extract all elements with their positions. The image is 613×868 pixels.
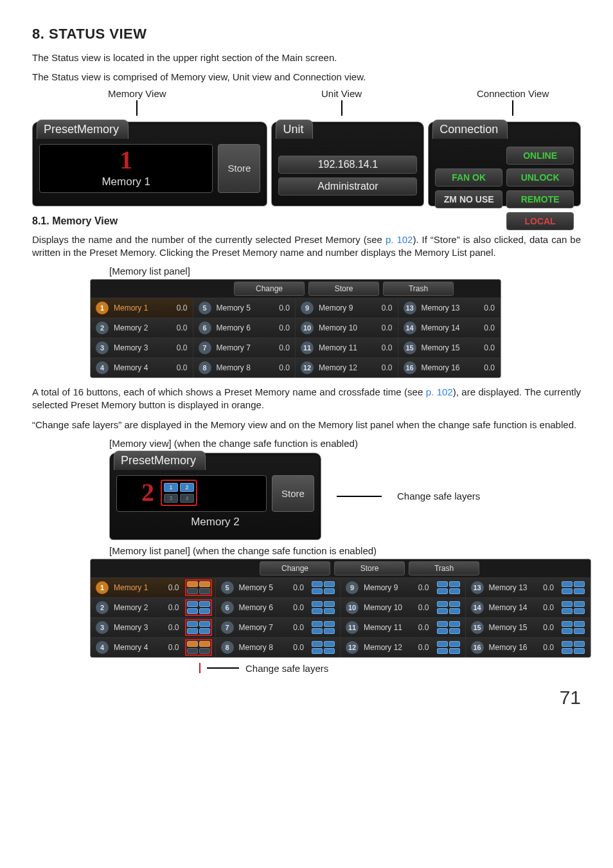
memory-crossfade-time: 0.0 <box>285 603 304 612</box>
link-p102-a[interactable]: p. 102 <box>386 234 413 245</box>
memory-list-item[interactable]: 1Memory 10.0 <box>91 577 216 597</box>
memory-list-item[interactable]: 16Memory 160.0 <box>398 357 501 377</box>
memory-list-item[interactable]: 14Memory 140.0 <box>466 597 591 617</box>
sec81-paragraph-1: Displays the name and the number of the … <box>32 233 581 260</box>
memory-crossfade-time: 0.0 <box>168 343 188 352</box>
change-safe-layers-icon <box>562 621 585 634</box>
change-safe-layers-icon <box>187 641 210 654</box>
memory-index-badge: 7 <box>199 341 211 354</box>
conn-unlock[interactable]: UNLOCK <box>506 168 574 186</box>
memory-list-item[interactable]: 9Memory 90.0 <box>296 298 398 318</box>
memory-crossfade-time: 0.0 <box>410 603 429 612</box>
memory-list-item[interactable]: 10Memory 100.0 <box>296 318 398 338</box>
memory-crossfade-time: 0.0 <box>475 343 495 352</box>
memory-list-item[interactable]: 4Memory 40.0 <box>91 357 193 377</box>
memory-index-badge: 4 <box>96 641 109 654</box>
memory-index-badge: 6 <box>221 601 234 614</box>
memory-name: Memory 14 <box>422 323 471 332</box>
memory-name: Memory 4 <box>114 643 155 652</box>
memory-list-item[interactable]: 3Memory 30.0 <box>91 617 216 637</box>
change-safe-layers-icon <box>437 601 460 614</box>
memory-index-badge: 13 <box>404 302 416 314</box>
memory-list-item[interactable]: 1Memory 10.0 <box>91 298 193 318</box>
memory-list-item[interactable]: 12Memory 120.0 <box>296 357 398 377</box>
preset-memory-number-2: 2 <box>141 480 154 505</box>
memory-list-item[interactable]: 9Memory 90.0 <box>341 577 466 597</box>
memory-list-item[interactable]: 2Memory 20.0 <box>91 318 193 338</box>
memlist-trash-button[interactable]: Trash <box>383 282 454 296</box>
memory-name: Memory 2 <box>114 323 163 332</box>
memory-list-item[interactable]: 10Memory 100.0 <box>341 597 466 617</box>
memory-list-item[interactable]: 13Memory 130.0 <box>466 577 591 597</box>
memlist-change-button[interactable]: Change <box>234 282 305 296</box>
memory-name: Memory 8 <box>217 363 266 372</box>
paragraph-16-buttons: A total of 16 buttons, each of which sho… <box>32 386 581 412</box>
memory-view-tab-2[interactable]: PresetMemory <box>114 451 206 470</box>
memory-crossfade-time: 0.0 <box>410 643 429 652</box>
memory-name: Memory 7 <box>217 343 266 352</box>
conn-local[interactable]: LOCAL <box>506 212 574 230</box>
memory-crossfade-time: 0.0 <box>535 603 554 612</box>
memory-crossfade-time: 0.0 <box>271 323 290 332</box>
memory-list-item[interactable]: 12Memory 120.0 <box>341 637 466 657</box>
unit-role[interactable]: Administrator <box>278 177 417 195</box>
memory-list-item[interactable]: 16Memory 160.0 <box>466 637 591 657</box>
memory-index-badge: 8 <box>199 361 211 374</box>
memory-list-item[interactable]: 8Memory 80.0 <box>193 357 296 377</box>
memory-crossfade-time: 0.0 <box>535 583 554 592</box>
change-safe-layers-icon <box>187 621 210 634</box>
memory-index-badge: 5 <box>221 581 234 594</box>
callout-change-safe-layers: Change safe layers <box>397 491 480 502</box>
change-safe-layers-icon <box>187 581 210 594</box>
unit-ip[interactable]: 192.168.14.1 <box>278 156 417 174</box>
memory-name: Memory 13 <box>489 583 530 592</box>
store-button-2[interactable]: Store <box>272 475 314 512</box>
store-button[interactable]: Store <box>218 144 260 193</box>
memory-list-item[interactable]: 6Memory 60.0 <box>216 597 341 617</box>
change-safe-layers-icon <box>312 581 335 594</box>
memory-list-item[interactable]: 14Memory 140.0 <box>398 318 501 338</box>
preset-memory-name-2: Memory 2 <box>116 516 314 529</box>
memory-list-item[interactable]: 5Memory 50.0 <box>216 577 341 597</box>
conn-fan[interactable]: FAN OK <box>435 168 502 186</box>
memory-list-item[interactable]: 4Memory 40.0 <box>91 637 216 657</box>
preset-memory-display[interactable]: 1 Memory 1 <box>39 144 213 193</box>
memory-list-item[interactable]: 8Memory 80.0 <box>216 637 341 657</box>
memory-list-item[interactable]: 7Memory 70.0 <box>193 338 296 357</box>
change-safe-layers-icon <box>187 601 210 614</box>
memory-view-tab[interactable]: PresetMemory <box>37 120 129 139</box>
memory-index-badge: 12 <box>346 641 359 654</box>
memory-list-item[interactable]: 6Memory 60.0 <box>193 318 296 338</box>
memory-list-item[interactable]: 2Memory 20.0 <box>91 597 216 617</box>
memlist-cs-trash-button[interactable]: Trash <box>409 561 479 575</box>
conn-remote[interactable]: REMOTE <box>506 190 574 208</box>
memory-crossfade-time: 0.0 <box>285 623 304 632</box>
memory-list-item[interactable]: 7Memory 70.0 <box>216 617 341 637</box>
memory-index-badge: 8 <box>221 641 234 654</box>
memory-list-item[interactable]: 15Memory 150.0 <box>466 617 591 637</box>
link-p102-b[interactable]: p. 102 <box>426 386 453 397</box>
memory-list-item[interactable]: 11Memory 110.0 <box>341 617 466 637</box>
memory-name: Memory 15 <box>422 343 471 352</box>
unit-view-tab[interactable]: Unit <box>276 120 313 139</box>
memory-crossfade-time: 0.0 <box>168 363 188 372</box>
memory-list-item[interactable]: 3Memory 30.0 <box>91 338 193 357</box>
connection-view-tab[interactable]: Connection <box>432 120 508 139</box>
memory-crossfade-time: 0.0 <box>160 583 179 592</box>
memlist-store-button[interactable]: Store <box>308 282 379 296</box>
memory-crossfade-time: 0.0 <box>475 303 495 312</box>
preset-memory-display-2[interactable]: 2 12 34 <box>116 475 267 512</box>
memory-list-item[interactable]: 13Memory 130.0 <box>398 298 501 318</box>
memory-list-item[interactable]: 11Memory 110.0 <box>296 338 398 357</box>
memory-index-badge: 13 <box>471 581 484 594</box>
memory-index-badge: 11 <box>301 341 314 354</box>
conn-online[interactable]: ONLINE <box>506 147 574 165</box>
conn-zm[interactable]: ZM NO USE <box>435 190 502 208</box>
memlist-cs-change-button[interactable]: Change <box>260 561 330 575</box>
memory-crossfade-time: 0.0 <box>168 323 188 332</box>
memory-list-item[interactable]: 15Memory 150.0 <box>398 338 501 357</box>
memory-list-item[interactable]: 5Memory 50.0 <box>193 298 296 318</box>
caption-memory-view-changesafe: [Memory view] (when the change safe func… <box>109 438 581 449</box>
memlist-cs-store-button[interactable]: Store <box>334 561 405 575</box>
change-safe-layers-icon <box>562 601 585 614</box>
